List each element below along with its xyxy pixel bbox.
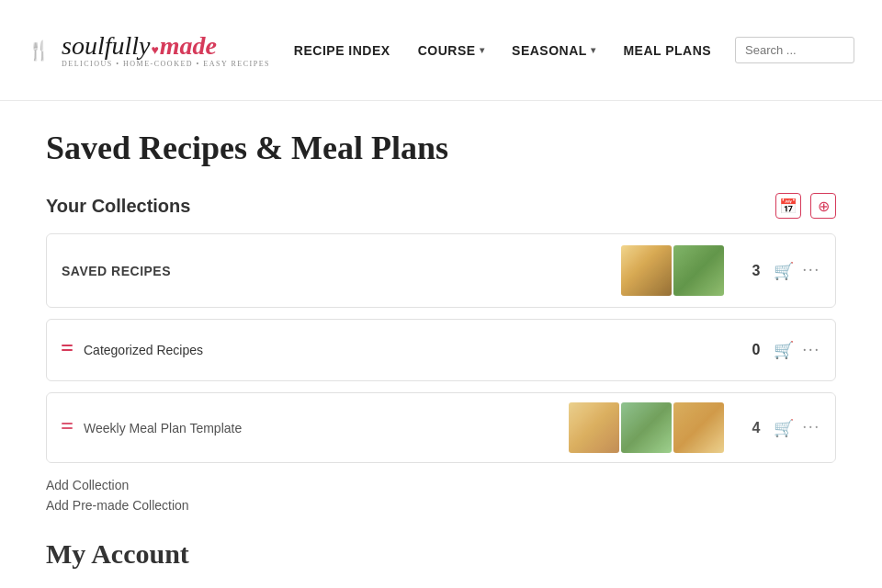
collection-count-categorized: 0 <box>742 342 761 358</box>
drag-handle-categorized[interactable] <box>62 345 73 356</box>
collections-heading: Your Collections <box>46 196 190 217</box>
collection-card-weekly-meal[interactable]: Weekly Meal Plan Template 4 🛒 ··· <box>46 392 836 463</box>
collection-images-saved <box>621 245 724 296</box>
collections-header: Your Collections 📅 ⊕ <box>46 193 836 219</box>
food-thumbnail-2 <box>673 245 724 296</box>
main-content: Saved Recipes & Meal Plans Your Collecti… <box>0 101 882 588</box>
search-box[interactable] <box>735 37 854 63</box>
add-collection-link[interactable]: Add Collection <box>46 478 836 492</box>
logo-made: made <box>160 33 217 59</box>
logo[interactable]: 🍴 soulfully ♥ made DELICIOUS • HOME-COOK… <box>28 33 270 68</box>
food-thumbnail-5 <box>673 402 724 453</box>
collection-card-categorized[interactable]: Categorized Recipes 0 🛒 ··· <box>46 319 836 381</box>
nav-seasonal[interactable]: SEASONAL ▾ <box>512 43 595 58</box>
collections-actions: 📅 ⊕ <box>775 193 836 219</box>
collections-section: Your Collections 📅 ⊕ SAVED RECIPES 3 🛒 ·… <box>46 193 836 513</box>
logo-tagline: DELICIOUS • HOME-COOKED • EASY RECIPES <box>62 61 270 68</box>
calendar-icon-button[interactable]: 📅 <box>775 193 801 219</box>
seasonal-chevron-icon: ▾ <box>591 45 596 55</box>
nav-recipe-index[interactable]: RECIPE INDEX <box>294 43 390 58</box>
logo-heart-icon: ♥ <box>151 44 158 57</box>
add-collection-icon-button[interactable]: ⊕ <box>810 193 836 219</box>
bottom-links: Add Collection Add Pre-made Collection <box>46 478 836 513</box>
collection-name-categorized: Categorized Recipes <box>84 343 742 357</box>
nav-course[interactable]: COURSE ▾ <box>418 43 484 58</box>
plus-icon: ⊕ <box>818 198 830 215</box>
add-premade-link[interactable]: Add Pre-made Collection <box>46 498 836 513</box>
nav-meal-plans[interactable]: MEAL PLANS <box>623 43 711 58</box>
more-options-categorized[interactable]: ··· <box>803 341 821 360</box>
main-nav: RECIPE INDEX COURSE ▾ SEASONAL ▾ MEAL PL… <box>294 43 711 58</box>
drag-line-2 <box>62 349 73 351</box>
collection-card-saved-recipes[interactable]: SAVED RECIPES 3 🛒 ··· <box>46 233 836 308</box>
course-chevron-icon: ▾ <box>480 45 485 55</box>
my-account-heading: My Account <box>46 538 836 570</box>
calendar-icon: 📅 <box>779 198 797 215</box>
drag-line-1 <box>62 345 73 346</box>
search-input[interactable] <box>745 43 844 57</box>
site-header: 🍴 soulfully ♥ made DELICIOUS • HOME-COOK… <box>0 0 882 101</box>
page-title: Saved Recipes & Meal Plans <box>46 129 836 167</box>
logo-soulfully: soulfully <box>62 33 150 59</box>
logo-text: soulfully ♥ made DELICIOUS • HOME-COOKED… <box>62 33 270 68</box>
cart-icon-categorized[interactable]: 🛒 <box>774 340 794 360</box>
logo-utensil-icon: 🍴 <box>28 40 51 62</box>
collection-images-weekly <box>569 402 724 453</box>
